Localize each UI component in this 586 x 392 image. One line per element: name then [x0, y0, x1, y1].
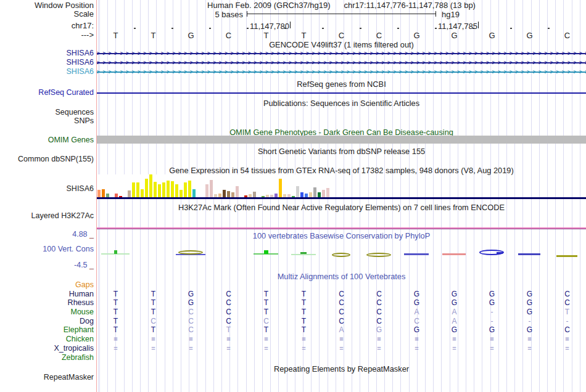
- species-label-elephant[interactable]: Elephant: [0, 326, 94, 334]
- gene-model-row[interactable]: >>>>>>>>>>>>>>>>>>>>>>>>>>>>>>>>>>>>>>>>…: [97, 49, 586, 57]
- window-position-value: Human Feb. 2009 (GRCh37/hg19)chr17:11,14…: [97, 1, 586, 9]
- species-label-dog[interactable]: Dog: [0, 317, 94, 325]
- alignment-cell: C: [210, 290, 247, 298]
- gtex-bar: [283, 194, 286, 197]
- phylop-track-label[interactable]: 100 Vert. Cons: [0, 245, 94, 253]
- species-label-x_tropicalis[interactable]: X_tropicalis: [0, 345, 94, 353]
- publications-title: Publications: Sequences in Scientific Ar…: [97, 99, 586, 107]
- common-dbsnp-label[interactable]: Common dbSNP(155): [0, 155, 94, 163]
- gtex-bar: [171, 181, 174, 197]
- base-letter: G: [398, 31, 435, 40]
- species-label-gaps[interactable]: Gaps: [0, 281, 94, 289]
- alignment-cell: T: [97, 299, 134, 307]
- gtex-bar: [205, 184, 208, 197]
- ruler-tick: [473, 28, 474, 29]
- alignment-cell: G: [435, 299, 473, 307]
- strand-arrow-label[interactable]: --->: [0, 31, 94, 39]
- gtex-baseline: [97, 197, 586, 199]
- alignment-cell: T: [285, 326, 323, 334]
- gtex-bar: [274, 194, 278, 197]
- snps-label[interactable]: SNPs: [0, 117, 94, 125]
- window-position-label: Window Position: [0, 1, 94, 9]
- gtex-bar: [244, 195, 247, 197]
- alignment-cell: T: [285, 308, 323, 316]
- alignment-cell: A: [435, 317, 473, 325]
- h3k27ac-signal-line-shadow: [97, 229, 586, 229]
- gene-label-shisa6[interactable]: SHISA6: [0, 59, 94, 67]
- h3k27ac-title: H3K27Ac Mark (Often Found Near Active Re…: [97, 203, 586, 211]
- alignment-cell: =: [285, 345, 323, 353]
- alignment-cell: =: [548, 345, 586, 353]
- alignment-cell: A: [435, 308, 473, 316]
- gtex-bar: [223, 190, 226, 197]
- sequences-label[interactable]: Sequences: [0, 108, 94, 116]
- alignment-cell: =: [210, 345, 247, 353]
- base-letter: T: [97, 31, 134, 40]
- species-label-chicken[interactable]: Chicken: [0, 335, 94, 343]
- species-label-mouse[interactable]: Mouse: [0, 308, 94, 316]
- base-letter: T: [247, 31, 285, 40]
- gtex-bar: [214, 194, 217, 197]
- gtex-bar: [253, 192, 256, 197]
- gtex-bar: [188, 181, 191, 197]
- refseq-gene-line[interactable]: [97, 92, 586, 94]
- alignment-cell: G: [398, 326, 435, 334]
- alignment-cell: G: [172, 290, 210, 298]
- gtex-bar: [192, 189, 196, 197]
- assembly-text: Human Feb. 2009 (GRCh37/hg19): [207, 1, 330, 10]
- repeatmasker-label[interactable]: RepeatMasker: [0, 374, 94, 382]
- alignment-cell: C: [360, 290, 398, 298]
- alignment-cell: C: [323, 299, 360, 307]
- refseq-curated-label[interactable]: RefSeq Curated: [0, 89, 94, 97]
- phylop-min-label: -4.5 _: [0, 261, 94, 269]
- position-text: chr17:11,147,776-11,147,788 (13 bp): [344, 1, 475, 10]
- ruler-tick: [548, 28, 550, 29]
- species-label-zebrafish[interactable]: Zebrafish: [0, 354, 94, 362]
- gtex-bar: [313, 187, 316, 197]
- gene-model-row[interactable]: >>>>>>>>>>>>>>>>>>>>>>>>>>>>>>>>>>>>>>>>…: [97, 59, 586, 67]
- gtex-bar: [309, 192, 312, 197]
- alignment-cell: C: [360, 299, 398, 307]
- species-label-rhesus[interactable]: Rhesus: [0, 299, 94, 307]
- gtex-bar: [97, 190, 101, 197]
- alignment-cell: =: [285, 335, 323, 343]
- gtex-bar: [249, 194, 252, 197]
- conservation-glyph: [300, 252, 307, 254]
- scale-genome: hg19: [442, 10, 460, 19]
- gene-label-shisa6[interactable]: SHISA6: [0, 49, 94, 57]
- alignment-cell: T: [247, 326, 285, 334]
- ruler-tick: [397, 28, 399, 29]
- omim-gene-bar[interactable]: [97, 136, 586, 144]
- gene-label-shisa6[interactable]: SHISA6: [0, 68, 94, 76]
- refseq-title: RefSeq genes from NCBI: [97, 80, 586, 88]
- alignment-cell: G: [473, 299, 511, 307]
- gtex-gene-label[interactable]: SHISA6: [0, 185, 94, 193]
- alignment-cell: =: [97, 335, 134, 343]
- species-label-human[interactable]: Human: [0, 290, 94, 298]
- omim-genes-label[interactable]: OMIM Genes: [0, 136, 94, 144]
- alignment-cell: C: [360, 317, 398, 325]
- multiz-title: Multiz Alignments of 100 Vertebrates: [97, 272, 586, 280]
- phylop-title: 100 vertebrates Basewise Conservation by…: [97, 232, 586, 240]
- gene-model-row[interactable]: >>>>>>>>>>>>>>>>>>>>>>>>>>>>>>>>>>>>>>>>…: [97, 68, 586, 76]
- alignment-cell: =: [134, 345, 172, 353]
- ruler-tick: [134, 28, 136, 29]
- alignment-cell: T: [247, 308, 285, 316]
- alignment-cell: =: [97, 345, 134, 353]
- alignment-cell: C: [210, 299, 247, 307]
- alignment-cell: G: [398, 290, 435, 298]
- gtex-bar: [180, 190, 183, 197]
- alignment-cell: =: [247, 345, 285, 353]
- base-letter: T: [285, 31, 323, 40]
- layered-h3k27ac-label[interactable]: Layered H3K27Ac: [0, 212, 94, 220]
- alignment-cell: T: [97, 290, 134, 298]
- gtex-bar: [292, 196, 295, 197]
- scale-label: Scale: [0, 10, 94, 18]
- gtex-bar: [141, 189, 144, 197]
- gtex-bar: [106, 194, 109, 197]
- alignment-cell: G: [398, 299, 435, 307]
- chromosome-label[interactable]: chr17:: [0, 22, 94, 30]
- alignment-cell: C: [323, 317, 360, 325]
- phylop-max-tick: _: [89, 230, 94, 239]
- gtex-bar: [136, 182, 139, 197]
